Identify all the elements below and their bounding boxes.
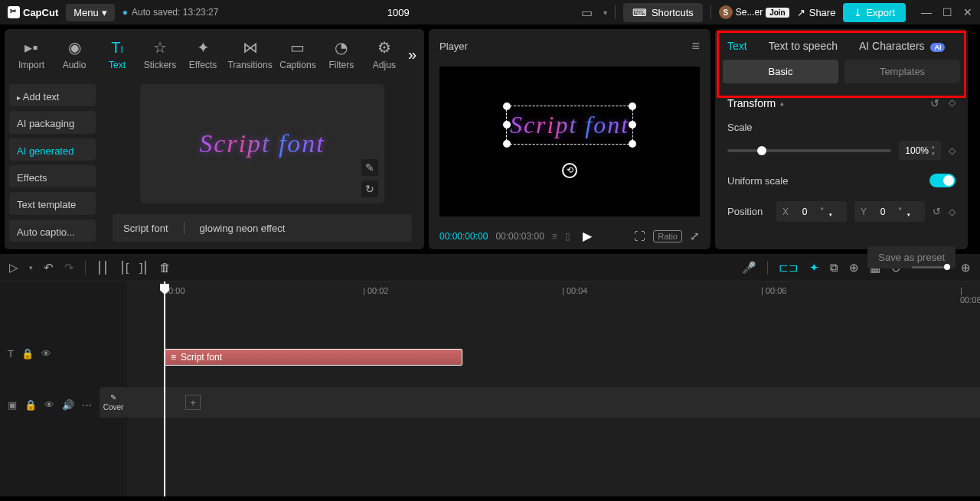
play-icon[interactable]: ▶: [583, 229, 592, 243]
keyframe-icon[interactable]: ◇: [949, 97, 956, 109]
aspect-ratio-icon[interactable]: ▭: [578, 2, 596, 23]
tag-1[interactable]: Script font: [123, 223, 168, 234]
right-subtabs: Basic Templates: [715, 60, 968, 91]
stickers-icon: ☆: [153, 38, 167, 57]
stepper[interactable]: ▴▾: [932, 144, 935, 157]
add-media-placeholder[interactable]: +: [185, 395, 201, 410]
rotate-handle[interactable]: ⟲: [562, 163, 577, 178]
close-icon[interactable]: ✕: [963, 6, 972, 18]
tab-audio[interactable]: ◉Audio: [55, 35, 93, 73]
handle-bl[interactable]: [503, 140, 511, 148]
compare-icon[interactable]: ▯: [565, 231, 570, 242]
tab-adjust[interactable]: ⚙Adjus: [365, 35, 403, 73]
sidebar-effects[interactable]: Effects: [9, 165, 96, 187]
tab-captions[interactable]: ▭Captions: [278, 35, 318, 73]
fullscreen-icon[interactable]: ⤢: [690, 229, 700, 243]
sidebar-ai-generated[interactable]: AI generated: [9, 138, 96, 161]
handle-ml[interactable]: [503, 121, 511, 129]
scale-slider[interactable]: [727, 149, 891, 152]
maximize-icon[interactable]: ☐: [942, 6, 952, 18]
delete-icon[interactable]: 🗑: [159, 261, 171, 274]
chevron-down-icon[interactable]: ▾: [603, 8, 607, 17]
split-icon[interactable]: ⎮⎮: [96, 261, 109, 275]
position-x-input[interactable]: X 0 ▴▾: [776, 201, 847, 222]
reset-icon[interactable]: ↺: [930, 97, 939, 109]
sidebar-auto-captions[interactable]: Auto captio...: [9, 220, 96, 242]
menu-button[interactable]: Menu ▾: [66, 4, 115, 21]
scale-value-box[interactable]: 100% ▴▾: [899, 141, 941, 160]
playhead[interactable]: [164, 281, 165, 496]
player-canvas[interactable]: Script font ⟲: [439, 67, 700, 216]
slider-thumb[interactable]: [757, 146, 766, 155]
transform-section[interactable]: Transform ▴ ↺ ◇: [727, 97, 956, 109]
tab-text-props[interactable]: Text: [727, 40, 747, 52]
video-track[interactable]: [127, 387, 980, 418]
export-button[interactable]: ⤓ Export: [843, 3, 906, 22]
eye-icon[interactable]: 👁: [44, 399, 54, 411]
stepper[interactable]: ▴▾: [899, 205, 919, 218]
cover-button[interactable]: ✎ Cover: [100, 387, 127, 418]
ratio-button[interactable]: Ratio: [653, 230, 682, 242]
keyframe-icon[interactable]: ◇: [949, 207, 956, 217]
cursor-icon[interactable]: ▷: [9, 261, 18, 275]
tab-stickers[interactable]: ☆Stickers: [141, 35, 179, 73]
cover-label: Cover: [103, 403, 124, 412]
handle-tl[interactable]: [503, 102, 511, 110]
chevron-down-icon[interactable]: ▾: [29, 264, 33, 272]
text-preview-card[interactable]: Script font ✎ ↻: [140, 84, 384, 203]
trim-left-icon[interactable]: ⎮[: [119, 261, 129, 275]
tag-2[interactable]: glowing neon effect: [200, 223, 286, 234]
player-menu-icon[interactable]: ≡: [691, 38, 700, 54]
more-icon[interactable]: ⋯: [82, 399, 92, 411]
mute-icon[interactable]: 🔊: [62, 399, 74, 411]
join-badge[interactable]: Join: [766, 8, 789, 18]
user-chip[interactable]: S Se...er Join: [719, 5, 789, 19]
tab-import[interactable]: ▸▪Import: [12, 35, 51, 73]
text-selection-box[interactable]: Script font: [506, 106, 633, 145]
reset-icon[interactable]: ↺: [933, 206, 941, 217]
position-row: Position X 0 ▴▾ Y 0 ▴▾ ↺ ◇: [727, 201, 956, 222]
shortcuts-button[interactable]: ⌨ Shortcuts: [623, 3, 703, 22]
project-title[interactable]: 1009: [226, 7, 570, 18]
uniform-toggle[interactable]: [929, 174, 956, 187]
stepper[interactable]: ▴▾: [821, 205, 841, 218]
edit-icon[interactable]: ✎: [361, 159, 378, 176]
redo-icon[interactable]: ↷: [64, 261, 74, 275]
autosave-status: ● Auto saved: 13:23:27: [122, 7, 219, 18]
sidebar-text-template[interactable]: Text template: [9, 192, 96, 214]
shortcuts-label: Shortcuts: [652, 7, 694, 18]
subtab-templates[interactable]: Templates: [844, 60, 960, 83]
tracks-area[interactable]: 00:00 | 00:02 | 00:04 | 00:06 | 00:08 ≡ …: [127, 281, 980, 496]
lock-icon[interactable]: 🔒: [24, 399, 37, 411]
tab-text[interactable]: TIText: [98, 36, 136, 73]
save-preset-button[interactable]: Save as preset: [867, 246, 956, 268]
subtab-basic[interactable]: Basic: [723, 60, 838, 83]
tab-text-to-speech[interactable]: Text to speech: [769, 40, 838, 52]
sidebar-add-text[interactable]: Add text: [9, 84, 96, 106]
sidebar-ai-packaging[interactable]: AI packaging: [9, 111, 96, 133]
ruler-mark: | 00:04: [562, 286, 587, 295]
tab-filters[interactable]: ◔Filters: [322, 35, 361, 73]
text-clip[interactable]: ≡ Script font: [164, 349, 462, 366]
keyframe-icon[interactable]: ◇: [949, 145, 956, 156]
handle-mr[interactable]: [629, 121, 636, 129]
scan-icon[interactable]: ⛶: [634, 229, 645, 242]
trim-right-icon[interactable]: ]⎮: [139, 261, 149, 275]
undo-icon[interactable]: ↶: [44, 261, 54, 275]
list-icon[interactable]: ≡: [552, 231, 557, 242]
text-clip-icon: ≡: [171, 352, 176, 363]
eye-icon[interactable]: 👁: [41, 348, 51, 359]
zoom-slider[interactable]: [912, 266, 950, 268]
handle-br[interactable]: [629, 140, 636, 148]
time-ruler[interactable]: 00:00 | 00:02 | 00:04 | 00:06 | 00:08: [127, 281, 980, 300]
lock-icon[interactable]: 🔒: [21, 348, 34, 359]
tab-ai-characters[interactable]: AI Characters AI: [859, 40, 945, 52]
tab-effects[interactable]: ✦Effects: [184, 35, 222, 73]
tab-transitions[interactable]: ⋈Transitions: [227, 35, 273, 73]
minimize-icon[interactable]: —: [921, 6, 932, 18]
handle-tr[interactable]: [629, 102, 636, 110]
refresh-icon[interactable]: ↻: [361, 181, 378, 197]
position-y-input[interactable]: Y 0 ▴▾: [854, 201, 925, 222]
tabs-more-icon[interactable]: »: [408, 46, 416, 63]
share-button[interactable]: ↗ Share: [797, 7, 836, 18]
